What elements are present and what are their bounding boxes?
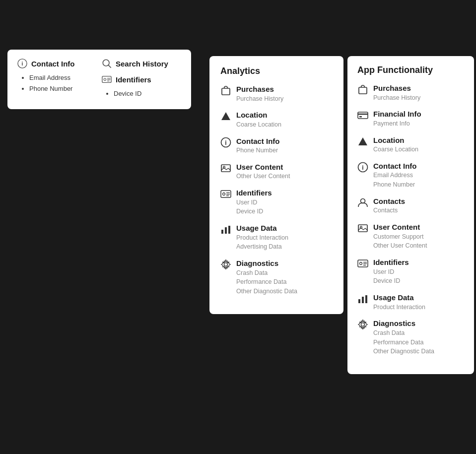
gear-icon-appfunc: [357, 319, 368, 330]
list-item: Phone Number: [29, 83, 92, 94]
appfunc-purchases-sub: Purchase History: [373, 93, 420, 103]
right-sections: Search History Identifiers Device ID: [102, 59, 176, 99]
appfunc-usercontent-title: User Content: [373, 222, 427, 232]
svg-rect-41: [365, 295, 367, 303]
analytics-location-title: Location: [236, 110, 281, 120]
appfunc-diagnostics-row: Diagnostics Crash DataPerformance DataOt…: [357, 319, 463, 356]
appfunc-contactinfo-row: i Contact Info Email AddressPhone Number: [357, 161, 463, 190]
analytics-usercontent-title: User Content: [236, 162, 290, 172]
analytics-panel: Analytics Purchases Purchase History Loc…: [209, 56, 343, 314]
analytics-location-row: Location Coarse Location: [220, 110, 333, 129]
svg-rect-25: [358, 112, 368, 119]
svg-line-3: [108, 65, 111, 67]
svg-marker-28: [358, 137, 367, 145]
list-item: Email Address: [29, 72, 92, 83]
svg-text:i: i: [21, 60, 23, 67]
search-history-title: Search History: [116, 60, 168, 68]
appfunc-identifiers-sub: User IDDevice ID: [373, 267, 409, 286]
location-icon: [220, 111, 231, 122]
svg-rect-22: [228, 226, 230, 234]
idcard-icon: [220, 189, 231, 199]
contact-info-list: Email Address Phone Number: [17, 72, 92, 94]
appfunc-financialinfo-sub: Payment Info: [373, 119, 421, 129]
svg-point-31: [361, 198, 365, 203]
appfunc-diagnostics-sub: Crash DataPerformance DataOther Diagnost…: [373, 328, 434, 356]
info-icon: i: [17, 59, 27, 68]
search-icon: [102, 59, 112, 68]
info-icon-appfunc: i: [357, 162, 368, 173]
appfunctionality-panel: App Functionality Purchases Purchase His…: [347, 56, 474, 374]
svg-marker-10: [221, 112, 230, 120]
svg-rect-32: [358, 225, 367, 232]
analytics-usagedata-title: Usage Data: [236, 223, 288, 233]
svg-rect-40: [362, 297, 364, 303]
list-item: Device ID: [114, 88, 176, 99]
analytics-diagnostics-title: Diagnostics: [236, 259, 297, 268]
analytics-usercontent-sub: Other User Content: [236, 172, 290, 181]
bag-icon-appfunc: [357, 84, 368, 95]
analytics-usagedata-row: Usage Data Product InteractionAdvertisin…: [220, 223, 333, 252]
appfunc-usercontent-row: User Content Customer SupportOther User …: [357, 222, 463, 251]
svg-rect-13: [221, 165, 230, 172]
appfunc-diagnostics-title: Diagnostics: [373, 319, 434, 328]
appfunc-identifiers-title: Identifiers: [373, 258, 409, 267]
appfunc-purchases-title: Purchases: [373, 83, 420, 93]
svg-rect-24: [359, 87, 367, 94]
analytics-usagedata-sub: Product InteractionAdvertising Data: [236, 233, 288, 252]
svg-point-23: [224, 263, 228, 266]
creditcard-icon: [357, 110, 368, 121]
contact-info-title: Contact Info: [31, 60, 75, 68]
appfunctionality-title: App Functionality: [357, 65, 463, 75]
bag-icon: [220, 85, 231, 96]
analytics-usercontent-row: User Content Other User Content: [220, 162, 333, 181]
analytics-identifiers-row: Identifiers User IDDevice ID: [220, 188, 333, 216]
analytics-contactinfo-title: Contact Info: [236, 136, 280, 146]
person-icon: [357, 197, 368, 208]
analytics-purchases-sub: Purchase History: [236, 94, 283, 104]
appfunc-financialinfo-title: Financial Info: [373, 109, 421, 119]
appfunc-location-row: Location Coarse Location: [357, 135, 463, 154]
identifiers-title: Identifiers: [116, 75, 151, 84]
photo-icon: [220, 163, 231, 174]
svg-point-42: [361, 323, 365, 326]
topleft-panel: i Contact Info Email Address Phone Numbe…: [7, 50, 191, 109]
identifiers-list: Device ID: [102, 88, 176, 99]
appfunc-usagedata-row: Usage Data Product Interaction: [357, 293, 463, 312]
svg-rect-39: [358, 299, 360, 303]
analytics-title: Analytics: [220, 66, 333, 76]
svg-text:i: i: [225, 139, 226, 146]
analytics-identifiers-title: Identifiers: [236, 188, 272, 198]
appfunc-purchases-row: Purchases Purchase History: [357, 83, 463, 102]
svg-rect-20: [221, 230, 223, 234]
info-circle-icon: i: [220, 137, 231, 148]
appfunc-contacts-row: Contacts Contacts: [357, 196, 463, 215]
location-icon-appfunc: [357, 136, 368, 147]
svg-rect-27: [359, 116, 362, 118]
svg-point-16: [223, 193, 225, 195]
appfunc-contacts-sub: Contacts: [373, 206, 405, 215]
appfunc-location-title: Location: [373, 135, 418, 145]
analytics-location-sub: Coarse Location: [236, 120, 281, 130]
appfunc-identifiers-row: Identifiers User IDDevice ID: [357, 258, 463, 286]
svg-rect-21: [225, 227, 227, 234]
svg-point-5: [104, 78, 106, 81]
idcard-icon-appfunc: [357, 258, 368, 269]
analytics-identifiers-sub: User IDDevice ID: [236, 198, 272, 217]
id-card-icon: [102, 74, 112, 84]
contact-info-section: i Contact Info Email Address Phone Numbe…: [17, 59, 92, 99]
analytics-diagnostics-sub: Crash DataPerformance DataOther Diagnost…: [236, 268, 297, 296]
analytics-diagnostics-row: Diagnostics Crash DataPerformance DataOt…: [220, 259, 333, 296]
svg-point-35: [360, 262, 362, 265]
appfunc-location-sub: Coarse Location: [373, 145, 418, 154]
appfunc-usagedata-sub: Product Interaction: [373, 303, 425, 312]
appfunc-contactinfo-sub: Email AddressPhone Number: [373, 171, 417, 190]
analytics-purchases-row: Purchases Purchase History: [220, 84, 333, 103]
appfunc-usercontent-sub: Customer SupportOther User Content: [373, 232, 427, 251]
appfunc-financialinfo-row: Financial Info Payment Info: [357, 109, 463, 128]
analytics-contactinfo-sub: Phone Number: [236, 146, 280, 155]
svg-rect-9: [222, 88, 230, 95]
chart-icon-appfunc: [357, 293, 368, 304]
analytics-contactinfo-row: i Contact Info Phone Number: [220, 136, 333, 155]
photo-icon-appfunc: [357, 223, 368, 234]
appfunc-contacts-title: Contacts: [373, 196, 405, 206]
